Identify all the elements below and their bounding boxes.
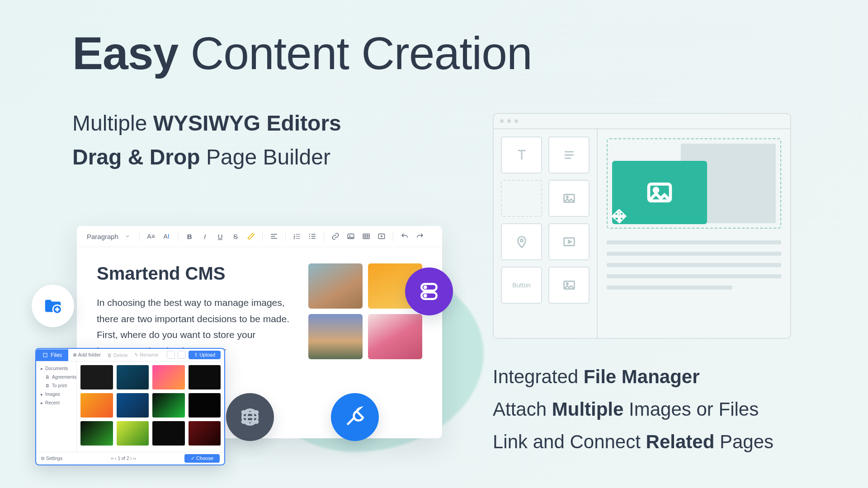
fm-side-toprint[interactable]: 🗎 To print xyxy=(40,381,73,390)
ordered-list-button[interactable] xyxy=(291,230,303,242)
image-icon xyxy=(561,277,577,293)
fm-thumb[interactable] xyxy=(117,421,149,446)
pb-location-widget[interactable] xyxy=(501,223,542,260)
fm-side-recent[interactable]: ▸ Recent xyxy=(40,399,73,407)
pb-gallery-widget[interactable] xyxy=(548,267,590,304)
image-icon xyxy=(645,178,674,207)
svg-point-1 xyxy=(309,236,310,237)
fm-thumb[interactable] xyxy=(189,421,221,446)
editor-image[interactable] xyxy=(368,314,422,359)
file-manager: Files ⊕ Add folder 🗑 Delete ✎ Rename ⇧ U… xyxy=(35,348,225,465)
paragraph-dropdown[interactable]: Paragraph xyxy=(83,231,134,242)
headline-light: Content Creation xyxy=(191,28,532,79)
folder-plus-icon xyxy=(42,296,63,316)
fm-grid xyxy=(77,361,224,452)
fm-side-documents[interactable]: ▸ Documents xyxy=(40,364,73,373)
fm-search-button[interactable] xyxy=(178,351,186,359)
svg-point-4 xyxy=(349,235,350,236)
bold-button[interactable]: B xyxy=(184,230,195,242)
wrench-icon xyxy=(344,406,366,428)
pb-drop-zone[interactable] xyxy=(607,138,781,229)
pb-video-widget[interactable] xyxy=(548,223,590,260)
wrench-badge xyxy=(331,393,379,441)
pb-text-placeholder xyxy=(607,240,781,297)
editor-image[interactable] xyxy=(308,263,363,309)
fm-side-images[interactable]: ▸ Images xyxy=(40,390,73,399)
pen-icon xyxy=(247,232,255,240)
bullet-list-icon xyxy=(308,232,316,240)
fm-delete-button[interactable]: 🗑 Delete xyxy=(107,352,128,358)
image-icon xyxy=(561,191,577,206)
svg-point-15 xyxy=(242,411,245,413)
fm-thumb[interactable] xyxy=(152,393,185,418)
link-button[interactable] xyxy=(330,230,341,242)
fontcolor-button[interactable]: AI xyxy=(160,230,172,242)
svg-point-17 xyxy=(242,421,245,423)
page-builder-mock: Button xyxy=(493,113,791,339)
pb-dragging-image-widget[interactable] xyxy=(612,161,707,224)
media-button[interactable] xyxy=(376,230,387,242)
svg-point-12 xyxy=(425,295,426,296)
fm-view-button[interactable] xyxy=(167,351,175,359)
fm-addfolder-button[interactable]: ⊕ Add folder xyxy=(73,352,101,358)
editor-image[interactable] xyxy=(308,314,363,359)
text-icon xyxy=(514,147,529,163)
table-button[interactable] xyxy=(360,230,372,242)
fm-thumb[interactable] xyxy=(80,365,113,389)
fontsize-button[interactable]: A≡ xyxy=(145,230,157,242)
unordered-list-button[interactable] xyxy=(307,230,318,242)
globe-badge xyxy=(226,393,274,441)
lines-icon xyxy=(561,147,577,163)
move-cursor-icon xyxy=(610,208,628,226)
fm-side-agreements[interactable]: 🗎 Agreements xyxy=(40,373,73,381)
fm-thumb[interactable] xyxy=(117,365,149,389)
editor-toolbar: Paragraph A≡ AI B I U S xyxy=(77,226,442,247)
align-button[interactable] xyxy=(268,230,280,242)
pb-paragraph-widget[interactable] xyxy=(548,136,590,174)
svg-point-16 xyxy=(255,411,258,413)
editor-images xyxy=(308,263,422,359)
editor-title[interactable]: Smartend CMS xyxy=(97,263,294,284)
image-button[interactable] xyxy=(345,230,357,242)
feature-attach: Attach Multiple Images or Files xyxy=(493,399,759,420)
pb-image-widget[interactable] xyxy=(548,180,590,217)
page-headline: Easy Content Creation xyxy=(72,27,532,80)
fm-files-tab[interactable]: Files xyxy=(36,349,68,361)
fm-thumb[interactable] xyxy=(80,393,113,418)
fm-thumb[interactable] xyxy=(80,421,113,446)
fm-rename-button[interactable]: ✎ Rename xyxy=(134,352,159,358)
pb-canvas[interactable] xyxy=(598,129,790,338)
pb-empty-slot[interactable] xyxy=(501,180,542,217)
pb-window-header xyxy=(494,114,790,129)
strike-button[interactable]: S xyxy=(230,230,241,242)
undo-button[interactable] xyxy=(399,230,410,242)
fm-choose-button[interactable]: ✓ Choose xyxy=(184,454,220,463)
fm-thumb[interactable] xyxy=(117,393,149,418)
fm-thumb[interactable] xyxy=(189,365,221,389)
pin-icon xyxy=(514,234,529,249)
fm-settings-button[interactable]: ⚙ Settings xyxy=(41,456,62,461)
window-dot-icon xyxy=(507,119,511,123)
fm-thumb[interactable] xyxy=(189,393,221,418)
fm-thumb[interactable] xyxy=(152,365,185,389)
underline-button[interactable]: U xyxy=(214,230,226,242)
italic-button[interactable]: I xyxy=(199,230,211,242)
svg-point-20 xyxy=(566,196,568,197)
server-icon xyxy=(418,280,440,303)
undo-icon xyxy=(401,232,409,240)
pb-button-widget[interactable]: Button xyxy=(501,267,542,304)
window-dot-icon xyxy=(514,119,518,123)
highlight-button[interactable] xyxy=(245,230,257,242)
pb-text-widget[interactable] xyxy=(501,136,542,174)
globe-icon xyxy=(239,406,261,428)
fm-upload-button[interactable]: ⇧ Upload xyxy=(189,351,221,359)
fm-thumb[interactable] xyxy=(152,421,185,446)
svg-rect-7 xyxy=(43,353,47,357)
align-left-icon xyxy=(270,232,278,240)
fm-pagination[interactable]: ‹‹ ‹ 1 of 2 › ›› xyxy=(111,456,136,461)
play-box-icon xyxy=(561,234,577,249)
box-icon xyxy=(42,352,48,358)
pb-widget-palette: Button xyxy=(494,129,598,338)
svg-rect-5 xyxy=(363,234,369,239)
redo-button[interactable] xyxy=(414,230,426,242)
